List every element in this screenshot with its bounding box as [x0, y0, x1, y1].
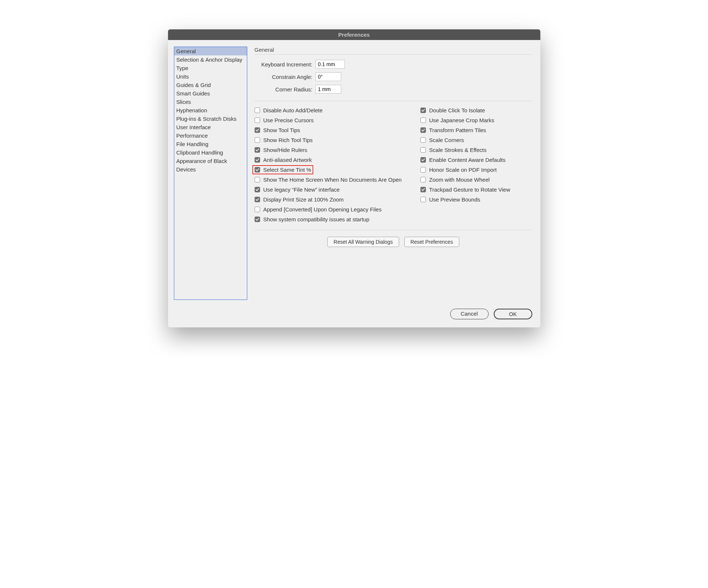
checkbox-icon[interactable] [420, 167, 426, 173]
constrain-angle-input[interactable] [315, 72, 341, 81]
sidebar-item-devices[interactable]: Devices [174, 165, 247, 174]
checkbox-row[interactable]: Zoom with Mouse Wheel [420, 177, 532, 183]
checkbox-row[interactable]: Transform Pattern Tiles [420, 127, 532, 133]
checkbox-row[interactable]: Scale Corners [420, 137, 532, 143]
checkbox-row[interactable]: Anti-aliased Artwork [255, 157, 406, 163]
field-keyboard-increment: Keyboard Increment: [257, 60, 532, 69]
checkbox-label: Honor Scale on PDF Import [429, 167, 497, 173]
field-label: Constrain Angle: [257, 74, 315, 80]
checkbox-row[interactable]: Use Precise Cursors [255, 117, 406, 123]
checkbox-col-left: Disable Auto Add/DeleteUse Precise Curso… [255, 107, 406, 222]
sidebar-item-file-handling[interactable]: File Handling [174, 140, 247, 148]
checkbox-row[interactable]: Enable Content Aware Defaults [420, 157, 532, 163]
main-panel: General Keyboard Increment: Constrain An… [255, 47, 532, 300]
checkbox-label: Use Japanese Crop Marks [429, 117, 494, 123]
cancel-button[interactable]: Cancel [450, 309, 489, 319]
checkbox-icon[interactable] [420, 137, 426, 143]
checkbox-row[interactable]: Scale Strokes & Effects [420, 147, 532, 153]
checkbox-icon[interactable] [255, 137, 260, 143]
checkbox-icon[interactable] [255, 197, 260, 202]
checkbox-row[interactable]: Double Click To Isolate [420, 107, 532, 113]
ok-button[interactable]: OK [494, 309, 532, 319]
checkbox-row[interactable]: Show system compatibility issues at star… [255, 216, 406, 222]
checkbox-row[interactable]: Use legacy “File New” interface [255, 186, 406, 193]
checkbox-label: Transform Pattern Tiles [429, 127, 486, 133]
sidebar-item-clipboard-handling[interactable]: Clipboard Handling [174, 148, 247, 157]
divider [255, 101, 532, 101]
checkbox-col-right: Double Click To IsolateUse Japanese Crop… [420, 107, 532, 222]
checkbox-icon[interactable] [420, 157, 426, 163]
sidebar-item-performance[interactable]: Performance [174, 131, 247, 140]
sidebar-item-hyphenation[interactable]: Hyphenation [174, 106, 247, 115]
sidebar-item-appearance-black[interactable]: Appearance of Black [174, 157, 247, 165]
checkbox-row[interactable]: Use Japanese Crop Marks [420, 117, 532, 123]
checkbox-icon[interactable] [255, 207, 260, 212]
sidebar-item-selection-anchor[interactable]: Selection & Anchor Display [174, 55, 247, 64]
checkbox-icon[interactable] [255, 157, 260, 163]
checkbox-icon[interactable] [420, 127, 426, 133]
preferences-dialog: Preferences General Selection & Anchor D… [168, 29, 540, 327]
checkbox-label: Scale Corners [429, 137, 464, 143]
checkbox-icon[interactable] [420, 197, 426, 202]
sidebar-item-type[interactable]: Type [174, 64, 247, 72]
checkbox-columns: Disable Auto Add/DeleteUse Precise Curso… [255, 107, 532, 222]
checkbox-row[interactable]: Display Print Size at 100% Zoom [255, 196, 406, 203]
checkbox-row[interactable]: Disable Auto Add/Delete [255, 107, 406, 113]
checkbox-label: Show Tool Tips [263, 127, 300, 133]
checkbox-row[interactable]: Show The Home Screen When No Documents A… [255, 177, 406, 183]
checkbox-row[interactable]: Show/Hide Rulers [255, 147, 406, 153]
sidebar-item-user-interface[interactable]: User Interface [174, 123, 247, 131]
checkbox-icon[interactable] [255, 147, 260, 153]
checkbox-row[interactable]: Show Rich Tool Tips [255, 137, 406, 143]
dialog-title: Preferences [168, 29, 540, 40]
checkbox-row[interactable]: Use Preview Bounds [420, 196, 532, 203]
checkbox-icon[interactable] [420, 187, 426, 192]
checkbox-icon[interactable] [255, 117, 260, 123]
corner-radius-input[interactable] [315, 85, 341, 94]
checkbox-icon[interactable] [255, 127, 260, 133]
checkbox-label: Show/Hide Rulers [263, 147, 307, 153]
dialog-body: General Selection & Anchor Display Type … [168, 40, 540, 309]
reset-buttons-row: Reset All Warning Dialogs Reset Preferen… [255, 230, 532, 247]
checkbox-icon[interactable] [255, 167, 260, 173]
field-label: Keyboard Increment: [257, 61, 315, 68]
checkbox-icon[interactable] [255, 177, 260, 182]
sidebar-item-plugins-scratch[interactable]: Plug-ins & Scratch Disks [174, 115, 247, 123]
checkbox-icon[interactable] [255, 187, 260, 192]
checkbox-label: Enable Content Aware Defaults [429, 157, 506, 163]
checkbox-icon[interactable] [255, 108, 260, 113]
sidebar-item-units[interactable]: Units [174, 72, 247, 81]
field-constrain-angle: Constrain Angle: [257, 72, 532, 81]
checkbox-row[interactable]: Show Tool Tips [255, 127, 406, 133]
checkbox-row[interactable]: Honor Scale on PDF Import [420, 167, 532, 173]
checkbox-icon[interactable] [255, 217, 260, 222]
reset-preferences-button[interactable]: Reset Preferences [404, 237, 459, 247]
checkbox-row[interactable]: Append [Converted] Upon Opening Legacy F… [255, 206, 406, 213]
checkbox-label: Anti-aliased Artwork [263, 157, 312, 163]
reset-warning-dialogs-button[interactable]: Reset All Warning Dialogs [327, 237, 399, 247]
checkbox-label: Display Print Size at 100% Zoom [263, 196, 344, 203]
checkbox-label: Zoom with Mouse Wheel [429, 177, 490, 183]
checkbox-label: Trackpad Gesture to Rotate View [429, 186, 510, 193]
checkbox-row[interactable]: Select Same Tint % [252, 165, 314, 174]
checkbox-label: Scale Strokes & Effects [429, 147, 486, 153]
keyboard-increment-input[interactable] [315, 60, 345, 69]
dialog-footer: Cancel OK [168, 309, 540, 327]
checkbox-row[interactable]: Trackpad Gesture to Rotate View [420, 186, 532, 193]
checkbox-label: Use legacy “File New” interface [263, 186, 340, 193]
sidebar-item-smart-guides[interactable]: Smart Guides [174, 89, 247, 98]
checkbox-label: Select Same Tint % [263, 167, 311, 173]
checkbox-icon[interactable] [420, 177, 426, 182]
checkbox-label: Append [Converted] Upon Opening Legacy F… [263, 206, 382, 213]
field-group: Keyboard Increment: Constrain Angle: Cor… [257, 60, 532, 97]
checkbox-label: Disable Auto Add/Delete [263, 107, 323, 113]
checkbox-icon[interactable] [420, 108, 426, 113]
checkbox-label: Show system compatibility issues at star… [263, 216, 369, 222]
checkbox-icon[interactable] [420, 147, 426, 153]
sidebar-item-slices[interactable]: Slices [174, 98, 247, 106]
field-corner-radius: Corner Radius: [257, 85, 532, 94]
sidebar-item-general[interactable]: General [174, 47, 247, 55]
sidebar-item-guides-grid[interactable]: Guides & Grid [174, 81, 247, 89]
field-label: Corner Radius: [257, 86, 315, 92]
checkbox-icon[interactable] [420, 117, 426, 123]
